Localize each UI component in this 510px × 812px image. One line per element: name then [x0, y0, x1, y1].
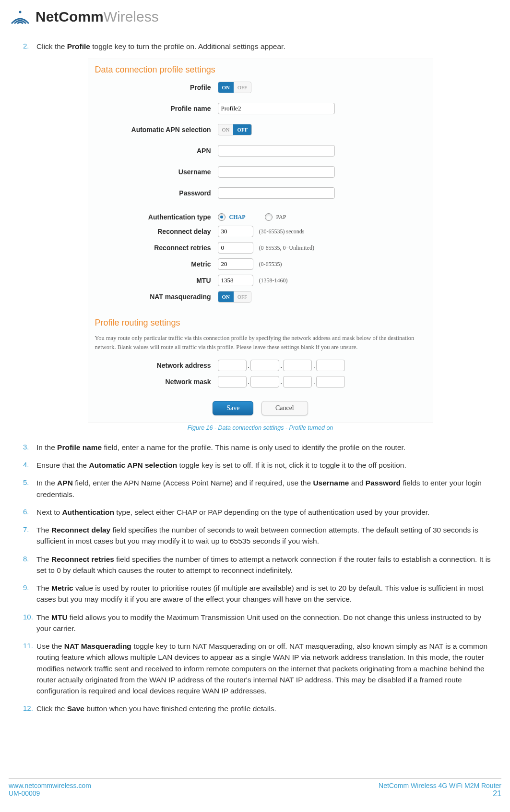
reconnect-retries-hint: (0-65535, 0=Unlimited) [259, 244, 314, 252]
label-network-address: Network address [88, 362, 218, 369]
netaddr-octet-2[interactable] [250, 360, 279, 371]
label-auth-type: Authentication type [88, 213, 218, 221]
figure-caption: Figure 16 - Data connection settings - P… [23, 424, 498, 431]
auth-pap-radio[interactable]: PAP [265, 213, 286, 221]
username-input[interactable] [218, 166, 335, 178]
metric-input[interactable] [218, 258, 253, 270]
footer-page: 21 [379, 789, 501, 798]
label-nat: NAT masquerading [88, 293, 218, 301]
label-profile-name: Profile name [88, 105, 218, 112]
brand-header: NetCommWireless [10, 7, 501, 26]
svg-point-0 [19, 11, 22, 13]
netaddr-octet-1[interactable] [218, 360, 247, 371]
label-metric: Metric [88, 260, 218, 268]
page-footer: www.netcommwireless.com UM-00009 NetComm… [9, 778, 501, 797]
section-title-data-connection: Data connection profile settings [88, 59, 433, 79]
network-mask-group: . . . [218, 376, 345, 388]
step-9: 9.The Metric value is used by router to … [23, 582, 498, 605]
step-5: 5.In the APN field, enter the APN Name (… [23, 477, 498, 500]
mtu-hint: (1358-1460) [259, 277, 288, 284]
brand-text: NetCommWireless [36, 9, 159, 25]
label-reconnect-retries: Reconnect retries [88, 244, 218, 252]
apn-input[interactable] [218, 145, 335, 157]
netmask-octet-2[interactable] [250, 376, 279, 388]
password-input[interactable] [218, 187, 335, 199]
step-10: 10.The MTU field allows you to modify th… [23, 612, 498, 634]
label-apn: APN [88, 147, 218, 155]
auto-apn-toggle[interactable]: ONOFF [218, 124, 252, 135]
step-7: 7.The Reconnect delay field specifies th… [23, 524, 498, 547]
step-8: 8.The Reconnect retries field specifies … [23, 554, 498, 576]
reconnect-delay-hint: (30-65535) seconds [259, 228, 305, 235]
netmask-octet-3[interactable] [283, 376, 312, 388]
save-button[interactable]: Save [213, 401, 253, 415]
label-profile: Profile [88, 84, 218, 91]
profile-name-input[interactable] [218, 103, 335, 114]
network-address-group: . . . [218, 360, 345, 371]
footer-url: www.netcommwireless.com [9, 782, 91, 789]
reconnect-delay-input[interactable] [218, 226, 253, 237]
label-network-mask: Network mask [88, 378, 218, 386]
label-reconnect-delay: Reconnect delay [88, 228, 218, 235]
step-4: 4.Ensure that the Automatic APN selectio… [23, 460, 498, 471]
label-auto-apn: Automatic APN selection [88, 126, 218, 133]
nat-toggle[interactable]: ONOFF [218, 291, 252, 303]
netmask-octet-4[interactable] [316, 376, 345, 388]
label-mtu: MTU [88, 277, 218, 284]
brand-logo-icon [10, 7, 31, 26]
cancel-button[interactable]: Cancel [261, 401, 308, 415]
netaddr-octet-3[interactable] [283, 360, 312, 371]
footer-product: NetComm Wireless 4G WiFi M2M Router [379, 782, 501, 789]
reconnect-retries-input[interactable] [218, 242, 253, 254]
metric-hint: (0-65535) [259, 261, 282, 268]
mtu-input[interactable] [218, 275, 253, 286]
routing-note: You may route only particular traffic vi… [88, 332, 433, 357]
step-3: 3.In the Profile name field, enter a nam… [23, 442, 498, 453]
label-password: Password [88, 189, 218, 197]
auth-chap-radio[interactable]: CHAP [218, 213, 246, 221]
netmask-octet-1[interactable] [218, 376, 247, 388]
netaddr-octet-4[interactable] [316, 360, 345, 371]
settings-screenshot: Data connection profile settings Profile… [88, 59, 433, 423]
step-2: 2. Click the Profile toggle key to turn … [23, 41, 498, 52]
profile-toggle[interactable]: ONOFF [218, 82, 252, 93]
step-11: 11.Use the NAT Masquerading toggle key t… [23, 641, 498, 696]
label-username: Username [88, 168, 218, 176]
step-6: 6.Next to Authentication type, select ei… [23, 507, 498, 518]
section-title-routing: Profile routing settings [88, 312, 433, 332]
step-12: 12.Click the Save button when you have f… [23, 703, 498, 714]
